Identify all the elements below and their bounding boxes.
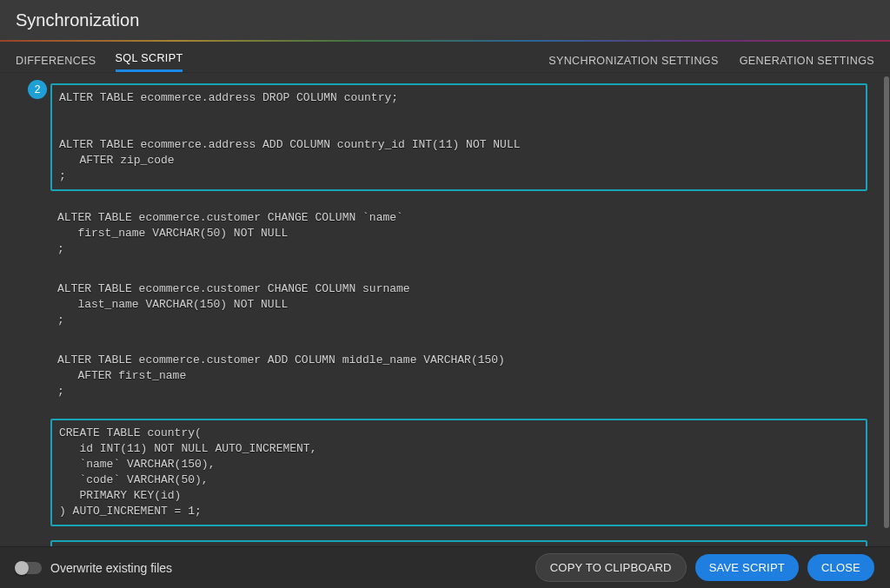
sql-block[interactable]: ALTER TABLE ecommerce.customer CHANGE CO… [50,276,867,334]
window-title: Synchronization [16,10,139,30]
tab-sql-script[interactable]: SQL SCRIPT [116,45,183,72]
sql-block[interactable]: ALTER TABLE ecommerce.customer ADD COLUM… [50,347,867,405]
tab-sync-settings[interactable]: SYNCHRONIZATION SETTINGS [548,48,719,72]
sql-script-view[interactable]: ALTER TABLE ecommerce.address DROP COLUM… [0,73,883,546]
sql-block[interactable]: ALTER TABLE ecommerce.address ADD CONSTR… [50,540,867,546]
step-badge: 2 [28,80,47,99]
sql-block[interactable]: CREATE TABLE country( id INT(11) NOT NUL… [50,419,867,526]
copy-to-clipboard-button[interactable]: COPY TO CLIPBOARD [535,553,687,582]
scrollbar-track[interactable] [884,75,889,545]
tab-generation-settings[interactable]: GENERATION SETTINGS [740,48,874,72]
sql-block[interactable]: ALTER TABLE ecommerce.address DROP COLUM… [50,83,867,191]
scroll-viewport: ALTER TABLE ecommerce.address DROP COLUM… [0,73,883,546]
tab-differences[interactable]: DIFFERENCES [16,48,96,72]
sync-window: Synchronization DIFFERENCES SQL SCRIPT S… [0,0,890,588]
titlebar: Synchronization [0,0,890,40]
overwrite-toggle[interactable]: Overwrite existing files [16,561,172,575]
overwrite-label: Overwrite existing files [50,561,172,575]
footer-bar: Overwrite existing files COPY TO CLIPBOA… [0,546,890,588]
content-area: 2 ALTER TABLE ecommerce.address DROP COL… [0,73,890,546]
save-script-button[interactable]: SAVE SCRIPT [695,554,799,581]
sql-block[interactable]: ALTER TABLE ecommerce.customer CHANGE CO… [50,205,867,262]
toggle-knob [15,561,29,575]
scrollbar-thumb[interactable] [884,76,889,528]
toggle-track [16,562,42,574]
tab-bar: DIFFERENCES SQL SCRIPT SYNCHRONIZATION S… [0,42,890,73]
close-button[interactable]: CLOSE [807,554,874,581]
